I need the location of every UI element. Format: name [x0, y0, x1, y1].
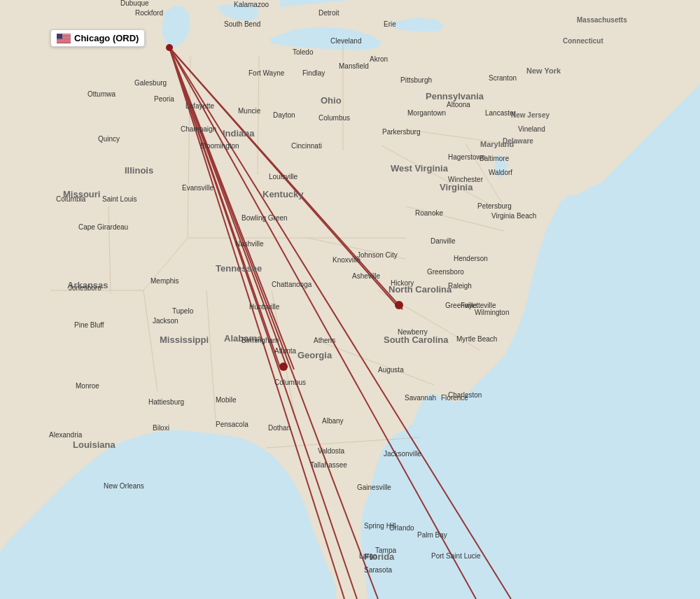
svg-text:Dothan: Dothan — [268, 424, 290, 432]
svg-text:Connecticut: Connecticut — [563, 37, 603, 45]
svg-text:Augusta: Augusta — [378, 366, 404, 374]
atlanta-dot — [279, 362, 288, 371]
svg-text:Lancaster: Lancaster — [485, 109, 517, 117]
svg-text:Parkersburg: Parkersburg — [382, 128, 420, 136]
svg-text:Ohio: Ohio — [321, 95, 342, 106]
svg-text:Columbus: Columbus — [274, 379, 306, 386]
svg-text:Monroe: Monroe — [76, 382, 99, 390]
svg-rect-150 — [57, 38, 71, 39]
svg-text:Massachusetts: Massachusetts — [577, 16, 627, 24]
svg-text:Quincy: Quincy — [98, 135, 120, 143]
svg-text:Henderson: Henderson — [454, 255, 488, 262]
svg-text:Rockford: Rockford — [135, 9, 163, 17]
svg-text:Newberry: Newberry — [398, 328, 428, 336]
svg-text:Louisiana: Louisiana — [73, 439, 115, 450]
svg-text:Columbia: Columbia — [56, 195, 86, 203]
svg-text:New Jersey: New Jersey — [511, 111, 550, 119]
svg-text:Lafayette: Lafayette — [186, 102, 215, 110]
city-south-bend: South Bend — [224, 20, 260, 28]
svg-text:Pennsylvania: Pennsylvania — [426, 91, 484, 101]
svg-text:Nashville: Nashville — [235, 240, 264, 248]
svg-text:Palm Bay: Palm Bay — [417, 531, 447, 539]
svg-text:Dayton: Dayton — [273, 111, 295, 119]
svg-text:Indiana: Indiana — [223, 128, 255, 139]
svg-text:Peoria: Peoria — [154, 95, 174, 103]
svg-text:South Carolina: South Carolina — [384, 334, 449, 345]
svg-text:Valdosta: Valdosta — [318, 447, 345, 455]
svg-text:Raleigh: Raleigh — [448, 282, 472, 290]
svg-text:Georgia: Georgia — [298, 350, 332, 360]
svg-rect-154 — [57, 41, 71, 42]
svg-text:Morgantown: Morgantown — [407, 109, 446, 117]
svg-text:Pine Bluff: Pine Bluff — [74, 321, 104, 329]
svg-text:Danville: Danville — [430, 237, 456, 245]
svg-text:Louisville: Louisville — [269, 173, 298, 181]
ord-dot — [166, 44, 173, 51]
svg-rect-155 — [57, 42, 71, 43]
svg-text:Pensacola: Pensacola — [216, 421, 248, 428]
svg-text:Greenville: Greenville — [445, 302, 477, 309]
svg-rect-153 — [57, 41, 71, 41]
svg-text:Mobile: Mobile — [216, 396, 237, 404]
svg-text:Winchester: Winchester — [448, 176, 484, 183]
svg-text:New Orleans: New Orleans — [104, 482, 144, 490]
svg-text:Tupelo: Tupelo — [172, 307, 194, 315]
svg-text:Birmingham: Birmingham — [241, 337, 279, 344]
svg-text:Ottumwa: Ottumwa — [88, 90, 115, 98]
svg-text:Scranton: Scranton — [489, 74, 517, 82]
svg-text:Fort Wayne: Fort Wayne — [248, 69, 285, 77]
svg-text:Evansville: Evansville — [182, 184, 214, 192]
svg-rect-152 — [57, 40, 71, 41]
svg-text:Atlanta: Atlanta — [274, 347, 297, 355]
svg-text:Dubuque: Dubuque — [120, 0, 149, 7]
svg-text:Waldorf: Waldorf — [489, 169, 512, 176]
svg-text:Delaware: Delaware — [503, 137, 533, 145]
svg-text:Biloxi: Biloxi — [153, 424, 169, 432]
svg-text:Baltimore: Baltimore — [479, 155, 510, 162]
svg-rect-156 — [57, 34, 62, 38]
svg-text:Muncie: Muncie — [238, 107, 261, 115]
svg-text:Savannah: Savannah — [405, 394, 436, 402]
svg-text:Gainesville: Gainesville — [357, 484, 391, 491]
svg-text:Akron: Akron — [370, 55, 388, 63]
svg-text:Kentucky: Kentucky — [262, 189, 304, 199]
svg-text:Vineland: Vineland — [518, 125, 545, 133]
svg-text:Mansfield: Mansfield — [339, 62, 369, 70]
svg-text:Champaign: Champaign — [181, 125, 216, 133]
svg-rect-151 — [57, 39, 71, 40]
svg-text:West Virginia: West Virginia — [391, 163, 449, 174]
svg-text:Tennessee: Tennessee — [216, 263, 262, 274]
svg-text:Chattanooga: Chattanooga — [272, 281, 312, 288]
svg-text:Toledo: Toledo — [293, 48, 314, 56]
svg-text:Saint Louis: Saint Louis — [102, 195, 136, 203]
svg-text:Greensboro: Greensboro — [427, 268, 464, 276]
svg-text:Johnson City: Johnson City — [357, 251, 398, 259]
svg-text:Huntsville: Huntsville — [249, 303, 280, 311]
svg-text:Bowling Green: Bowling Green — [241, 214, 288, 222]
svg-text:Myrtle Beach: Myrtle Beach — [456, 335, 497, 343]
svg-text:Tampa: Tampa — [375, 547, 396, 554]
svg-text:Asheville: Asheville — [352, 272, 380, 280]
svg-text:Kalamazoo: Kalamazoo — [234, 1, 269, 8]
svg-text:Tallahassee: Tallahassee — [310, 461, 347, 469]
chicago-label: Chicago (ORD) — [50, 29, 145, 47]
svg-text:Mississippi: Mississippi — [160, 334, 209, 345]
svg-text:New York: New York — [526, 66, 561, 75]
svg-text:Cape Girardeau: Cape Girardeau — [78, 223, 128, 231]
svg-text:Columbus: Columbus — [318, 114, 350, 122]
svg-text:Altoona: Altoona — [447, 101, 470, 108]
us-flag-icon — [57, 34, 71, 43]
svg-text:Bloomington: Bloomington — [200, 142, 239, 150]
svg-text:Alexandria: Alexandria — [49, 431, 83, 439]
svg-text:Florence: Florence — [441, 394, 468, 402]
svg-text:Petersburg: Petersburg — [477, 202, 512, 210]
svg-text:Hattiesburg: Hattiesburg — [148, 398, 184, 406]
svg-text:Albany: Albany — [322, 417, 344, 425]
svg-text:Wilmington: Wilmington — [475, 309, 509, 316]
svg-text:Jacksonville: Jacksonville — [384, 450, 421, 458]
svg-text:Jonesboro: Jonesboro — [69, 284, 102, 292]
svg-text:Galesburg: Galesburg — [134, 79, 167, 87]
svg-text:Athens: Athens — [314, 337, 335, 344]
map-container: South Bend Detroit Toledo Cleveland Erie… — [0, 0, 700, 599]
svg-text:Virginia: Virginia — [440, 182, 473, 192]
